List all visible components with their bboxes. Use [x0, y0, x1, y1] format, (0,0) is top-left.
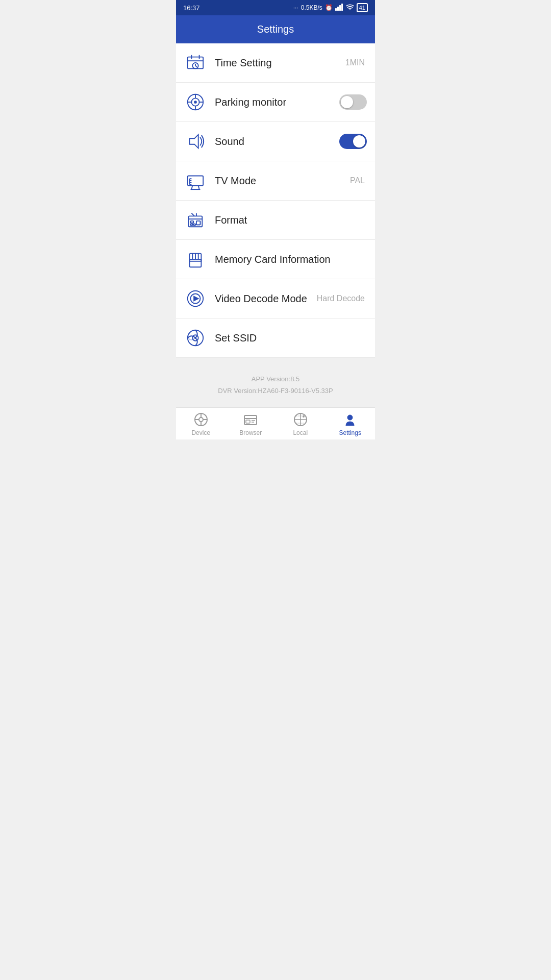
svg-point-58 — [303, 415, 305, 418]
tv-mode-label: TV Mode — [215, 175, 350, 187]
wifi-icon — [346, 4, 354, 12]
video-decode-icon — [184, 287, 207, 310]
svg-rect-32 — [193, 224, 195, 226]
settings-item-video-decode[interactable]: Video Decode Mode Hard Decode — [176, 279, 375, 318]
set-ssid-icon — [184, 327, 207, 349]
parking-monitor-icon — [184, 91, 207, 113]
time-setting-value: 1MIN — [345, 58, 365, 67]
svg-point-45 — [199, 418, 203, 422]
local-nav-icon — [293, 412, 308, 427]
time-setting-icon — [184, 52, 207, 74]
settings-item-tv-mode[interactable]: TV Mode PAL — [176, 161, 375, 201]
page-header: Settings — [176, 15, 375, 43]
svg-rect-3 — [341, 4, 343, 11]
settings-item-memory-card[interactable]: Memory Card Information — [176, 240, 375, 279]
set-ssid-label: Set SSID — [215, 332, 367, 344]
parking-monitor-label: Parking monitor — [215, 96, 339, 108]
svg-line-22 — [198, 186, 199, 190]
status-right: ··· 0.5KB/s ⏰ 41 — [293, 3, 368, 12]
settings-nav-label: Settings — [339, 429, 361, 436]
settings-item-time-setting[interactable]: Time Setting 1MIN — [176, 43, 375, 83]
status-speed: 0.5KB/s — [301, 4, 322, 11]
video-decode-label: Video Decode Mode — [215, 293, 317, 305]
browser-nav-label: Browser — [239, 429, 262, 436]
memory-card-label: Memory Card Information — [215, 254, 367, 265]
dvr-version: DVR Version:HZA60-F3-90116-V5.33P — [176, 385, 375, 397]
settings-item-parking-monitor[interactable]: Parking monitor — [176, 83, 375, 122]
time-setting-label: Time Setting — [215, 57, 345, 69]
settings-list: Time Setting 1MIN Parking monitor — [176, 43, 375, 358]
format-icon — [184, 209, 207, 231]
device-nav-icon — [193, 412, 209, 427]
browser-nav-icon — [243, 412, 258, 427]
signal-icon — [335, 4, 343, 12]
svg-point-18 — [194, 101, 196, 103]
page-title: Settings — [257, 23, 294, 35]
status-dots: ··· — [293, 4, 298, 11]
svg-point-60 — [347, 415, 353, 420]
svg-rect-1 — [337, 7, 339, 11]
status-time: 16:37 — [183, 4, 200, 12]
parking-monitor-toggle[interactable] — [339, 94, 367, 110]
sound-icon — [184, 130, 207, 153]
settings-item-set-ssid[interactable]: Set SSID — [176, 318, 375, 358]
device-nav-label: Device — [191, 429, 210, 436]
battery-indicator: 41 — [357, 3, 368, 12]
svg-rect-35 — [190, 259, 202, 261]
video-decode-value: Hard Decode — [317, 294, 365, 303]
local-nav-label: Local — [293, 429, 308, 436]
settings-item-format[interactable]: Format — [176, 201, 375, 240]
nav-local[interactable]: Local — [276, 412, 325, 436]
bottom-navigation: Device Browser Local — [176, 407, 375, 439]
tv-mode-value: PAL — [350, 176, 365, 185]
svg-point-4 — [349, 9, 350, 10]
svg-rect-52 — [246, 420, 250, 423]
format-label: Format — [215, 214, 367, 226]
svg-marker-19 — [190, 135, 198, 149]
svg-rect-2 — [339, 5, 341, 11]
alarm-icon: ⏰ — [325, 4, 333, 11]
memory-card-icon — [184, 248, 207, 271]
svg-rect-30 — [191, 221, 194, 223]
svg-rect-31 — [191, 224, 193, 226]
svg-line-21 — [191, 186, 192, 190]
version-info: APP Version:8.5 DVR Version:HZA60-F3-901… — [176, 358, 375, 407]
nav-settings[interactable]: Settings — [325, 412, 375, 436]
settings-item-sound[interactable]: Sound — [176, 122, 375, 161]
sound-toggle[interactable] — [339, 134, 367, 149]
svg-rect-33 — [196, 221, 201, 225]
nav-device[interactable]: Device — [176, 412, 226, 436]
tv-mode-icon — [184, 169, 207, 192]
status-bar: 16:37 ··· 0.5KB/s ⏰ 41 — [176, 0, 375, 15]
svg-line-11 — [195, 66, 197, 67]
app-version: APP Version:8.5 — [176, 373, 375, 385]
sound-label: Sound — [215, 136, 339, 148]
svg-rect-0 — [335, 8, 337, 11]
settings-nav-icon — [342, 412, 358, 427]
nav-browser[interactable]: Browser — [226, 412, 276, 436]
